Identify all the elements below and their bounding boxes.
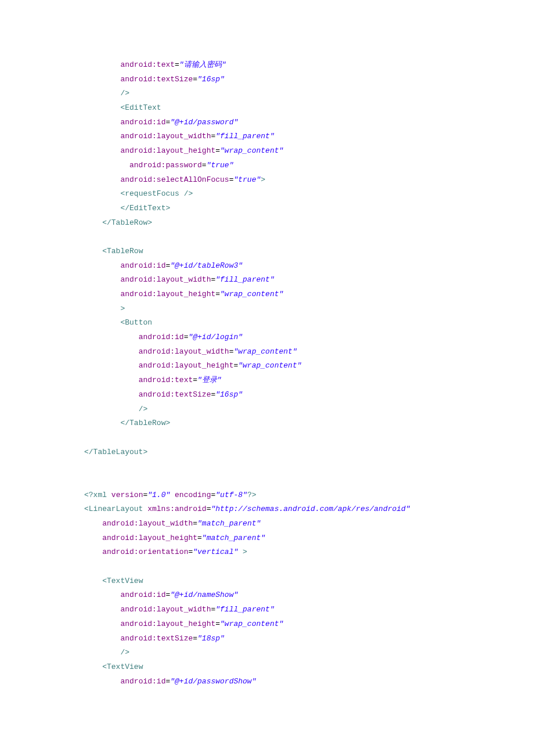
code-block: android:text="请输入密码" android:textSize="1… — [0, 0, 534, 735]
